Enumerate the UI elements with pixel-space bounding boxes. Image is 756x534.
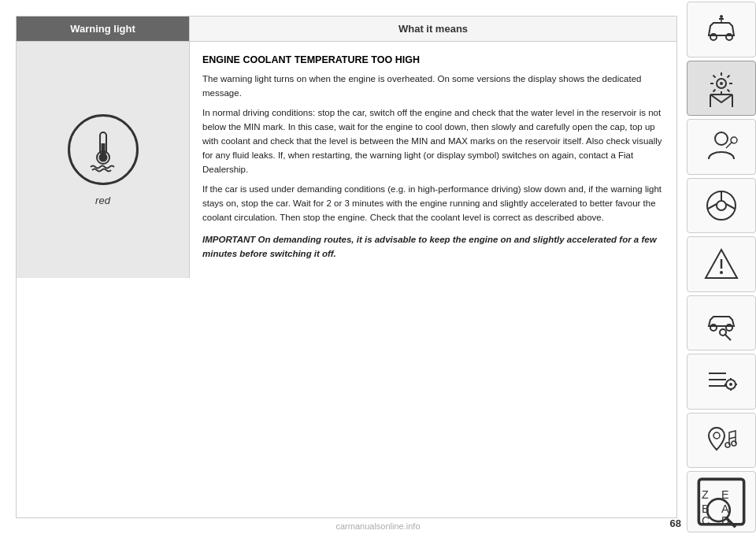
sidebar: Z B C E A D	[685, 0, 756, 534]
sidebar-item-index[interactable]: Z B C E A D	[687, 471, 756, 532]
content-paragraph3: If the car is used under demanding condi…	[202, 183, 664, 224]
sidebar-item-nav-music[interactable]	[687, 413, 756, 469]
sidebar-item-person[interactable]	[687, 119, 756, 175]
content-title: ENGINE COOLANT TEMPERATURE TOO HIGH	[202, 53, 664, 68]
table-container: Warning light What it means	[16, 16, 677, 518]
svg-point-24	[717, 201, 726, 210]
sidebar-item-tools[interactable]	[687, 295, 756, 351]
car-tools-icon	[702, 304, 740, 342]
coolant-warning-icon	[68, 114, 139, 185]
svg-point-39	[729, 383, 732, 386]
svg-point-30	[720, 271, 723, 274]
svg-line-15	[728, 89, 730, 91]
sidebar-item-car-info[interactable]	[687, 2, 756, 57]
sidebar-item-list-settings[interactable]	[687, 354, 756, 410]
svg-point-34	[720, 329, 726, 336]
road-warning-icon	[702, 245, 740, 283]
content-paragraph2: In normal driving conditions: stop the c…	[202, 106, 664, 176]
svg-line-17	[713, 89, 716, 91]
watermark: carmanualsonline.info	[335, 521, 420, 531]
sidebar-item-warning[interactable]	[687, 61, 756, 117]
coolant-icon-svg	[80, 126, 127, 173]
main-content: Warning light What it means	[0, 0, 685, 534]
means-cell: ENGINE COOLANT TEMPERATURE TOO HIGH The …	[190, 42, 676, 278]
sidebar-item-road[interactable]	[687, 236, 756, 292]
content-paragraph1: The warning light turns on when the engi…	[202, 72, 664, 101]
warning-envelope-icon	[702, 69, 740, 107]
header-means: What it means	[190, 17, 676, 41]
table-header: Warning light What it means	[17, 17, 676, 42]
svg-point-44	[713, 432, 720, 439]
content-important: IMPORTANT On demanding routes, it is adv…	[202, 233, 664, 261]
svg-point-20	[715, 132, 728, 145]
nav-music-icon	[702, 421, 740, 459]
index-icon: Z B C E A D	[687, 468, 755, 534]
svg-text:Z: Z	[702, 488, 709, 501]
svg-line-14	[713, 75, 716, 77]
page-number: 68	[670, 517, 681, 529]
color-label: red	[95, 195, 110, 206]
svg-line-27	[726, 204, 735, 209]
warning-light-cell: red	[17, 42, 190, 278]
svg-point-22	[731, 137, 737, 143]
table-row-content: red ENGINE COOLANT TEMPERATURE TOO HIGH …	[17, 42, 676, 278]
list-settings-icon	[702, 362, 740, 400]
svg-point-7	[720, 15, 723, 18]
sidebar-item-steering[interactable]	[687, 178, 756, 234]
person-icon	[702, 128, 740, 165]
svg-point-3	[98, 153, 107, 161]
header-warning: Warning light	[17, 17, 190, 41]
svg-line-26	[708, 204, 717, 209]
svg-line-16	[728, 75, 730, 77]
car-info-icon	[702, 10, 740, 48]
steering-icon	[702, 187, 740, 224]
svg-point-19	[720, 82, 723, 85]
